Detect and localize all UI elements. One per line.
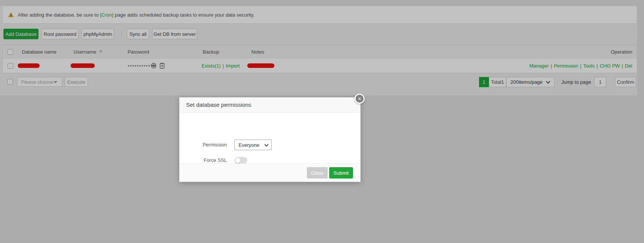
chevron-down-icon [264, 142, 268, 146]
modal-submit-button[interactable]: Submit [329, 167, 353, 178]
modal-title: Set database permissions [186, 102, 251, 108]
force-ssl-label: Force SSL [179, 157, 227, 164]
force-ssl-toggle[interactable] [234, 157, 247, 164]
modal-close-button[interactable]: ✕ [354, 94, 365, 104]
permission-label: Permission [179, 140, 227, 150]
modal-close-button-footer[interactable]: Close [307, 167, 328, 178]
toggle-knob [235, 158, 240, 163]
modal-header: Set database permissions [179, 97, 361, 112]
modal-body: Permission Everyone Force SSL [179, 112, 361, 163]
set-database-permissions-modal: ✕ Set database permissions Permission Ev… [179, 97, 361, 182]
permission-select[interactable]: Everyone [234, 140, 272, 150]
close-icon: ✕ [357, 96, 361, 102]
permission-select-value: Everyone [239, 142, 259, 148]
modal-footer: Close Submit [179, 163, 361, 182]
